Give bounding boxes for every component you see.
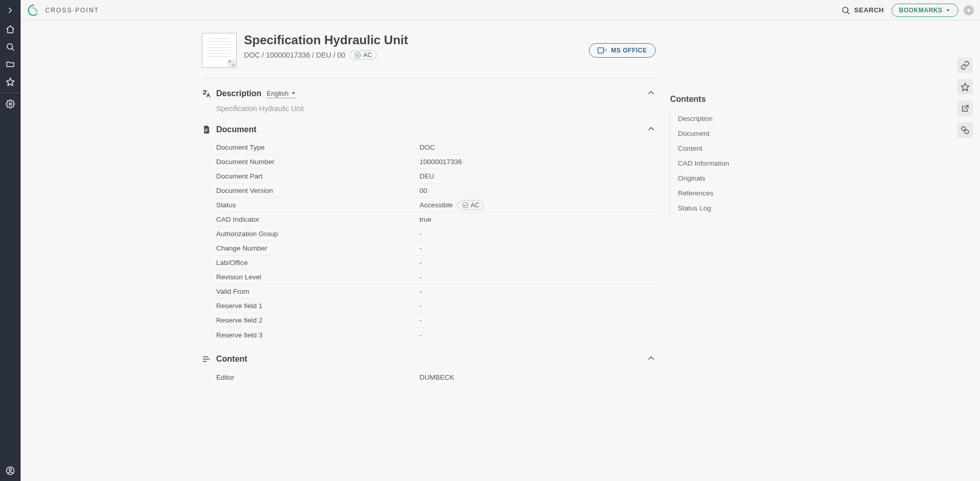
field-label: Reserve field 3 <box>216 331 419 339</box>
svg-line-10 <box>965 105 968 109</box>
header-search-label: SEARCH <box>854 6 884 14</box>
field-row: Revision Level- <box>216 270 656 284</box>
svg-marker-2 <box>7 78 14 86</box>
field-value: - <box>419 316 422 324</box>
section-content: Content EditorDUMBECK <box>202 353 656 384</box>
document-header: Specification Hydraulic Unit DOC / 10000… <box>202 33 656 78</box>
language-select[interactable]: English <box>267 90 296 98</box>
status-badge: AC <box>349 50 377 60</box>
svg-point-11 <box>961 127 966 131</box>
field-label: Change Number <box>216 244 419 252</box>
field-row: Document Version00 <box>216 184 656 198</box>
status-badge: AC <box>457 201 484 210</box>
section-description: Description English Specification Hydrau… <box>202 88 656 113</box>
content-section-title: Content <box>216 354 247 364</box>
field-label: Lab/Office <box>216 259 419 266</box>
document-thumbnail[interactable] <box>202 33 237 68</box>
field-label: Valid From <box>216 288 419 295</box>
field-value: AccessibleAC <box>419 201 484 210</box>
field-row: Authorization Group- <box>216 227 656 241</box>
field-label: Reserve field 1 <box>216 302 419 310</box>
content-icon <box>202 354 211 364</box>
translate-icon <box>202 89 211 98</box>
svg-marker-8 <box>947 9 950 11</box>
toc-item[interactable]: Status Log <box>671 201 789 216</box>
svg-point-12 <box>965 130 969 134</box>
open-external-icon[interactable] <box>957 101 973 116</box>
field-row: Document Number10000017336 <box>216 155 656 169</box>
svg-rect-17 <box>606 49 607 50</box>
expand-sidebar-button[interactable] <box>0 0 21 21</box>
toc-item[interactable]: Document <box>671 126 789 141</box>
field-value: - <box>419 331 422 339</box>
svg-rect-14 <box>598 48 604 54</box>
field-row: Change Number- <box>216 241 656 256</box>
app-header: CROSS·POINT SEARCH BOOKMARKS + <box>21 0 980 21</box>
field-value: 10000017336 <box>419 158 462 166</box>
field-row: Reserve field 3- <box>216 328 656 342</box>
search-icon[interactable] <box>0 38 21 56</box>
document-section-title: Document <box>216 125 256 134</box>
svg-line-7 <box>847 12 849 13</box>
brand-label: CROSS·POINT <box>45 7 99 14</box>
svg-point-5 <box>9 469 12 471</box>
toc-item[interactable]: Originals <box>671 171 789 186</box>
ms-office-button[interactable]: MS OFFICE <box>589 43 656 58</box>
field-label: Reserve field 2 <box>216 316 419 324</box>
svg-line-1 <box>12 48 13 50</box>
svg-rect-18 <box>606 50 607 51</box>
toc-item[interactable]: CAD Information <box>671 156 789 171</box>
field-value: DOC <box>419 144 435 151</box>
link-icon[interactable] <box>957 58 973 73</box>
header-search-button[interactable]: SEARCH <box>841 6 884 15</box>
relations-icon[interactable] <box>957 122 973 138</box>
toc-item[interactable]: Content <box>671 141 789 156</box>
svg-point-3 <box>9 103 12 105</box>
svg-point-13 <box>355 52 361 58</box>
toc-item[interactable]: Description <box>671 111 789 126</box>
brand: CROSS·POINT <box>27 4 99 17</box>
svg-rect-23 <box>205 131 207 132</box>
field-row: Document PartDEU <box>216 169 656 184</box>
gear-icon[interactable] <box>0 95 21 113</box>
field-value: DEU <box>419 172 434 180</box>
field-label: Editor <box>216 373 419 381</box>
field-row: Reserve field 1- <box>216 299 656 313</box>
field-row: Valid From- <box>216 284 656 299</box>
document-meta: DOC / 10000017336 / DEU / 00 AC <box>244 50 582 60</box>
header-divider <box>202 78 656 79</box>
field-value: - <box>419 259 422 266</box>
bookmarks-label: BOOKMARKS <box>899 7 943 14</box>
svg-marker-9 <box>961 83 969 91</box>
field-value: - <box>419 288 422 295</box>
ms-office-label: MS OFFICE <box>611 47 647 54</box>
field-label: Document Version <box>216 187 419 194</box>
toc-title: Contents <box>670 95 789 104</box>
field-value: - <box>419 302 422 310</box>
document-breadcrumb: DOC / 10000017336 / DEU / 00 <box>244 51 345 59</box>
field-label: Document Type <box>216 144 419 151</box>
collapse-content-icon[interactable] <box>646 353 656 365</box>
field-value: 00 <box>419 187 427 194</box>
field-label: Document Number <box>216 158 419 166</box>
folder-icon[interactable] <box>0 56 21 73</box>
field-row: CAD Indicatortrue <box>216 212 656 227</box>
svg-marker-20 <box>291 92 295 94</box>
section-document: Document Document TypeDOCDocument Number… <box>202 124 656 342</box>
home-icon[interactable] <box>0 21 21 38</box>
user-icon[interactable] <box>0 460 21 481</box>
field-label: Revision Level <box>216 273 419 281</box>
collapse-document-icon[interactable] <box>646 124 656 135</box>
toc-item[interactable]: References <box>671 186 789 201</box>
expand-thumbnail-icon[interactable] <box>227 60 236 67</box>
field-label: Authorization Group <box>216 230 419 238</box>
star-icon[interactable] <box>0 73 21 91</box>
star-outline-icon[interactable] <box>957 79 973 95</box>
add-button[interactable]: + <box>964 5 974 15</box>
field-value: - <box>419 230 422 238</box>
bookmarks-button[interactable]: BOOKMARKS <box>891 4 959 17</box>
action-rail <box>957 58 973 138</box>
svg-point-24 <box>462 202 468 208</box>
collapse-description-icon[interactable] <box>646 88 656 99</box>
field-row: StatusAccessibleAC <box>216 198 656 212</box>
